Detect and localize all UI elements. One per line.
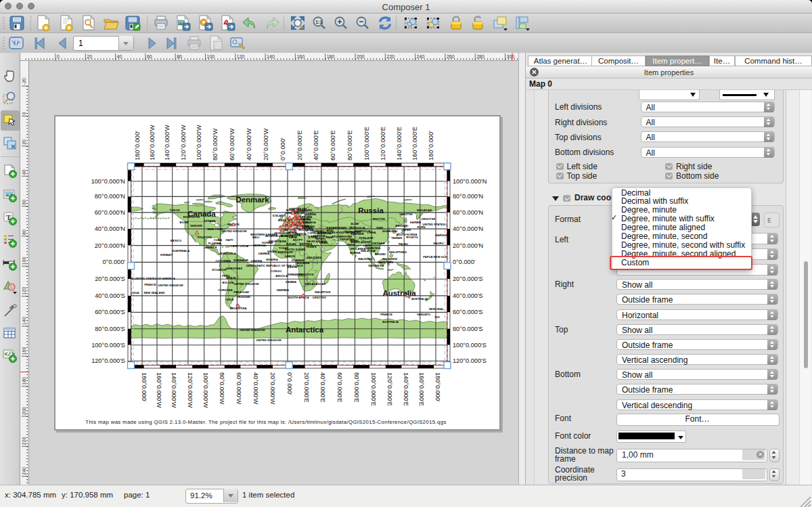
svg-text:UNITED KINGDOM: UNITED KINGDOM [158,284,184,287]
svg-text:80°0.000′E: 80°0.000′E [353,372,360,403]
svg-text:60°0.000′W: 60°0.000′W [235,372,242,405]
svg-text:ANGOLA: ANGOLA [275,274,288,278]
svg-text:60°0.000′S: 60°0.000′S [453,309,483,315]
svg-text:XIAN: XIAN [376,226,383,229]
svg-text:100°0.000′S: 100°0.000′S [453,342,487,349]
svg-text:UNITED KINGDOM: UNITED KINGDOM [234,282,260,286]
svg-text:20°0.000′N: 20°0.000′N [453,242,483,249]
svg-text:VENEZUELA: VENEZUELA [219,252,235,255]
svg-text:NAURU: NAURU [433,242,443,245]
svg-text:80°0.000′W: 80°0.000′W [219,372,225,405]
svg-text:40: 40 [117,54,122,59]
svg-text:TCHAD: TCHAD [279,246,289,250]
svg-text:BURMA: BURMA [350,251,361,255]
svg-text:140°0.000′E: 140°0.000′E [403,372,409,406]
svg-text:100: 100 [207,54,215,59]
svg-text:AMAZONAS: AMAZONAS [226,267,242,270]
svg-text:240: 240 [417,54,425,59]
svg-text:40°0.000′N: 40°0.000′N [453,225,483,232]
svg-text:PARAGUAY: PARAGUAY [233,290,249,294]
svg-text:ARAL: ARAL [326,229,334,232]
svg-text:ALTAI: ALTAI [351,222,359,225]
svg-text:YAKUTSK: YAKUTSK [399,213,413,216]
svg-text:60°0.000′S: 60°0.000′S [95,309,125,315]
svg-text:220: 220 [22,437,26,445]
svg-text:140°0.000′W: 140°0.000′W [171,372,177,408]
svg-text:BEIJING: BEIJING [396,224,407,227]
svg-text:180°0.000′: 180°0.000′ [434,372,441,402]
svg-text:160: 160 [296,54,304,59]
svg-text:CONGO: CONGO [271,269,282,273]
svg-text:ECUADOR: ECUADOR [212,268,226,271]
svg-text:20°0.000′E: 20°0.000′E [296,130,303,160]
svg-text:IRKUTSK: IRKUTSK [373,217,386,221]
svg-text:60°0.000′E: 60°0.000′E [336,372,343,403]
svg-text:140°0.000′E: 140°0.000′E [396,127,403,160]
svg-text:280: 280 [476,54,484,59]
svg-text:MAURITIUS: MAURITIUS [315,290,330,294]
svg-text:CAMBODIA: CAMBODIA [365,246,380,250]
svg-text:SULAWESI: SULAWESI [382,257,397,261]
svg-text:20°0.000′S: 20°0.000′S [95,275,125,282]
svg-text:AUSTRALIA: AUSTRALIA [382,320,399,324]
svg-text:100°0.000′N: 100°0.000′N [453,178,487,185]
svg-text:OKHOTSK: OKHOTSK [422,217,436,221]
svg-text:40°0.000′W: 40°0.000′W [252,372,259,405]
svg-text:THAILAND: THAILAND [359,236,373,240]
svg-text:CHILE: CHILE [225,298,234,301]
svg-text:AMOA UNITED STATES OF AMERICA: AMOA UNITED STATES OF AMERICA [125,277,175,280]
svg-text:TAIWAN: TAIWAN [391,236,402,240]
svg-text:LESOTHO: LESOTHO [313,296,327,299]
svg-text:80°0.000′N: 80°0.000′N [95,193,125,200]
svg-text:80°0.000′E: 80°0.000′E [346,130,353,160]
svg-text:60°0.000′N: 60°0.000′N [95,209,125,216]
svg-text:0°0.000′: 0°0.000′ [279,137,286,160]
svg-text:SAUDI ARABIA: SAUDI ARABIA [307,240,327,243]
svg-text:VIETNAM: VIETNAM [372,242,385,245]
svg-text:300: 300 [507,54,515,59]
svg-text:URUGUAY: URUGUAY [237,295,251,299]
svg-text:180: 180 [327,54,335,59]
svg-text:YEMEN: YEMEN [307,245,317,248]
svg-text:NEW ZEALAND: NEW ZEALAND [144,291,165,294]
svg-text:20: 20 [22,139,26,145]
svg-text:MALDIVES: MALDIVES [307,256,321,259]
svg-text:MADAGASCAR: MADAGASCAR [305,282,326,286]
svg-text:NEW YORK: NEW YORK [208,227,223,231]
svg-text:100°0.000′S: 100°0.000′S [91,342,125,349]
svg-text:LAINT LUCIA: LAINT LUCIA [231,244,248,248]
svg-text:PALAU: PALAU [399,242,408,246]
svg-text:Russia: Russia [358,206,384,215]
svg-text:ICELAND: ICELAND [273,214,286,217]
svg-text:80: 80 [177,54,182,59]
svg-text:120°0.000′W: 120°0.000′W [187,372,194,408]
svg-text:80°0.000′W: 80°0.000′W [212,128,219,160]
svg-text:NIGERIA: NIGERIA [266,258,277,261]
svg-text:120: 120 [22,287,26,295]
svg-text:INDONESIA: INDONESIA [368,264,384,267]
svg-text:SOUTH AFRICA: SOUTH AFRICA [288,296,309,299]
svg-text:100°0.000′E: 100°0.000′E [370,372,377,406]
svg-text:NEW ZEAL: NEW ZEAL [429,307,444,311]
svg-text:CHINA: CHINA [367,231,376,234]
svg-text:OTTAWA: OTTAWA [204,219,216,223]
svg-text:BRUNEI: BRUNEI [375,252,386,256]
svg-text:MALDIVES: MALDIVES [358,257,373,261]
svg-text:80: 80 [22,229,26,235]
svg-text:TAJIKISTAN: TAJIKISTAN [344,230,361,234]
svg-text:60: 60 [22,200,26,205]
svg-text:MONGOLIA: MONGOLIA [349,226,365,229]
svg-text:YUKON: YUKON [169,208,179,212]
svg-text:Australia: Australia [382,289,416,297]
svg-text:160°0.000′W: 160°0.000′W [156,372,162,408]
svg-text:MEXICO: MEXICO [171,239,182,242]
svg-text:AUSTRALIA: AUSTRALIA [411,297,428,301]
svg-text:100°0.000′E: 100°0.000′E [363,127,370,160]
svg-text:80°0.000′S: 80°0.000′S [453,326,483,332]
svg-text:220: 220 [386,54,394,59]
svg-text:Canada: Canada [187,210,216,218]
svg-text:GABON: GABON [284,255,295,258]
svg-text:UNITED KINGDOM: UNITED KINGDOM [240,328,266,332]
svg-text:140: 140 [22,317,26,325]
svg-text:PAPUA NEW GUINE: PAPUA NEW GUINE [423,255,450,259]
